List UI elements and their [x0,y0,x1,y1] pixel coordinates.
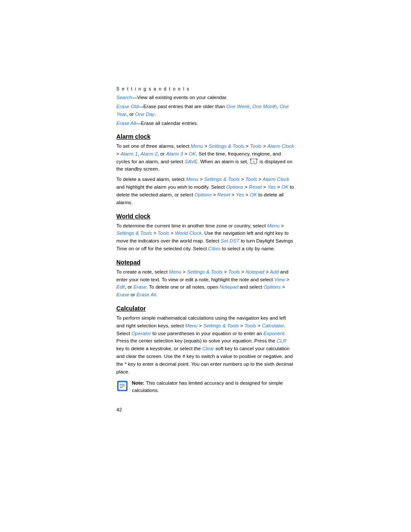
erase-link-1[interactable]: Erase [134,284,146,289]
one-day-link[interactable]: One Day [135,112,154,117]
notepad-link-1[interactable]: Notepad [246,269,264,274]
ok-link-2[interactable]: OK [281,184,289,190]
world-clock-link[interactable]: World Clock [175,230,202,236]
alarm-clock-para2: To delete a saved alarm, select Menu > S… [116,176,295,206]
ok-link-1[interactable]: OK [189,151,196,156]
reset-link-1[interactable]: Reset [249,184,262,190]
add-link[interactable]: Add [270,269,279,274]
world-clock-title: World clock [116,213,295,220]
exponent-link[interactable]: Exponent [263,331,284,336]
settings-tools-link-5[interactable]: Settings & Tools [203,323,239,328]
settings-tools-link-1[interactable]: Settings & Tools [209,143,244,149]
alarm-icon-inline [249,158,258,165]
alarm-clock-link-1[interactable]: Alarm Clock [267,143,294,149]
menu-link-5[interactable]: Menu [185,323,198,328]
intro-line-search: Search—View all existing events on your … [116,94,295,101]
alarm1-link[interactable]: Alarm 1 [121,151,138,156]
set-dst-link[interactable]: Set DST [221,238,239,243]
settings-tools-link-2[interactable]: Settings & Tools [204,177,240,182]
search-text: —View all existing events on your calend… [132,95,227,100]
erase-old-link[interactable]: Erase Old [116,104,138,109]
tools-link-3[interactable]: Tools [158,230,169,236]
clear-link[interactable]: Clear [202,346,214,351]
search-link[interactable]: Search [116,95,132,100]
note-text: Note: This calculator has limited accura… [132,380,295,395]
options-link-2[interactable]: Options [195,192,212,197]
cities-link[interactable]: Cities [208,246,221,251]
page-number: 42 [116,407,295,412]
menu-link-2[interactable]: Menu [186,177,199,182]
options-link-3[interactable]: Options [264,284,281,289]
settings-tools-link-3[interactable]: Settings & Tools [116,230,152,236]
intro-line-erase-all: Erase All—Erase all calendar entries. [116,120,295,127]
world-clock-para1: To determine the current time in another… [116,222,295,253]
svg-line-2 [254,162,255,163]
alarm-clock-para1: To set one of three alarms, select Menu … [116,143,295,173]
ok-link-3[interactable]: OK [250,192,257,197]
calculator-link[interactable]: Calculator [262,323,284,328]
one-week-link[interactable]: One Week [226,104,249,109]
settings-tools-link-4[interactable]: Settings & Tools [187,269,223,274]
options-link-1[interactable]: Options [226,184,243,190]
section-label: S e t t i n g s a n d t o o l s [116,86,295,91]
alarm2-link[interactable]: Alarm 2 [140,151,158,156]
note-box: Note: This calculator has limited accura… [116,380,295,395]
menu-link-3[interactable]: Menu [267,223,280,228]
alarm-clock-link-2[interactable]: Alarm Clock [263,177,290,182]
note-icon [116,380,128,392]
page-content: S e t t i n g s a n d t o o l s Search—V… [0,0,411,532]
tools-link-4[interactable]: Tools [228,269,240,274]
tools-link-1[interactable]: Tools [250,143,262,149]
erase-all-link-2[interactable]: Erase All [137,292,156,297]
view-link[interactable]: View [274,277,285,282]
alarm-clock-title: Alarm clock [116,133,295,140]
alarm3-link[interactable]: Alarm 3 [166,151,183,156]
erase-all-link[interactable]: Erase All [116,121,136,126]
menu-link-1[interactable]: Menu [191,143,203,149]
save-link-1[interactable]: SAVE [185,159,198,164]
note-body: This calculator has limited accuracy and… [132,380,283,393]
one-month-link[interactable]: One Month [252,104,277,109]
clr-link[interactable]: CLR [277,338,286,343]
menu-link-4[interactable]: Menu [169,269,181,274]
yes-link-1[interactable]: Yes [268,184,276,190]
intro-line-erase-old: Erase Old—Erase past entries that are ol… [116,103,295,118]
notepad-title: Notepad [116,259,295,266]
notepad-link-2[interactable]: Notepad [220,284,238,289]
calculator-title: Calculator [116,305,295,312]
tools-link-5[interactable]: Tools [245,323,256,328]
yes-link-2[interactable]: Yes [236,192,244,197]
notepad-para1: To create a note, select Menu > Settings… [116,268,295,299]
edit-link[interactable]: Edit [116,284,125,289]
calculator-para1: To perform simple mathematical calculati… [116,314,295,376]
operator-link[interactable]: Operator [131,331,151,336]
note-label: Note: [132,380,144,386]
tools-link-2[interactable]: Tools [245,177,257,182]
erase-link-2[interactable]: Erase [116,292,129,297]
reset-link-2[interactable]: Reset [217,192,230,197]
